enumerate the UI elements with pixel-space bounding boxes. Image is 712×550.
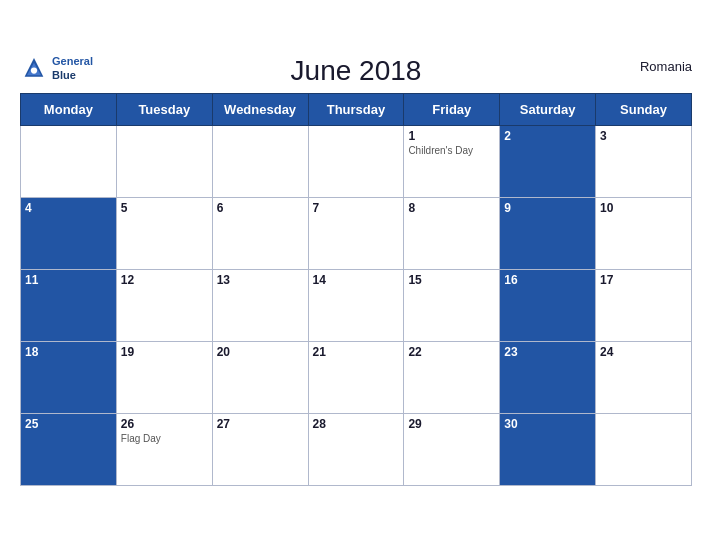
- calendar-cell: 13: [212, 269, 308, 341]
- calendar-cell: 27: [212, 413, 308, 485]
- calendar-cell: 26Flag Day: [116, 413, 212, 485]
- calendar-cell: 6: [212, 197, 308, 269]
- day-number: 19: [121, 345, 208, 359]
- header-tuesday: Tuesday: [116, 93, 212, 125]
- day-number: 23: [504, 345, 591, 359]
- calendar-body: 1Children's Day2345678910111213141516171…: [21, 125, 692, 485]
- calendar-cell: [596, 413, 692, 485]
- calendar-cell: 17: [596, 269, 692, 341]
- calendar-cell: 20: [212, 341, 308, 413]
- calendar-cell: 16: [500, 269, 596, 341]
- calendar-cell: 9: [500, 197, 596, 269]
- calendar-cell: 14: [308, 269, 404, 341]
- day-number: 2: [504, 129, 591, 143]
- day-number: 25: [25, 417, 112, 431]
- day-number: 4: [25, 201, 112, 215]
- calendar-cell: [21, 125, 117, 197]
- calendar-cell: 19: [116, 341, 212, 413]
- day-number: 24: [600, 345, 687, 359]
- header-sunday: Sunday: [596, 93, 692, 125]
- calendar-cell: 25: [21, 413, 117, 485]
- day-number: 7: [313, 201, 400, 215]
- header-monday: Monday: [21, 93, 117, 125]
- day-number: 8: [408, 201, 495, 215]
- calendar-week-row: 2526Flag Day27282930: [21, 413, 692, 485]
- day-number: 9: [504, 201, 591, 215]
- calendar-cell: 24: [596, 341, 692, 413]
- calendar-cell: 12: [116, 269, 212, 341]
- header-thursday: Thursday: [308, 93, 404, 125]
- day-number: 13: [217, 273, 304, 287]
- day-number: 6: [217, 201, 304, 215]
- calendar-cell: 21: [308, 341, 404, 413]
- day-number: 27: [217, 417, 304, 431]
- day-number: 18: [25, 345, 112, 359]
- calendar-cell: 4: [21, 197, 117, 269]
- day-number: 28: [313, 417, 400, 431]
- calendar-week-row: 18192021222324: [21, 341, 692, 413]
- calendar-week-row: 45678910: [21, 197, 692, 269]
- calendar-title: June 2018: [20, 55, 692, 87]
- calendar-cell: 10: [596, 197, 692, 269]
- calendar-cell: [308, 125, 404, 197]
- calendar-cell: 7: [308, 197, 404, 269]
- day-number: 15: [408, 273, 495, 287]
- calendar-week-row: 1Children's Day23: [21, 125, 692, 197]
- calendar-cell: 5: [116, 197, 212, 269]
- day-number: 1: [408, 129, 495, 143]
- header-friday: Friday: [404, 93, 500, 125]
- brand-text: General Blue: [52, 55, 93, 81]
- day-number: 30: [504, 417, 591, 431]
- calendar-cell: 30: [500, 413, 596, 485]
- calendar-cell: 22: [404, 341, 500, 413]
- calendar-cell: 3: [596, 125, 692, 197]
- calendar-cell: 8: [404, 197, 500, 269]
- day-number: 12: [121, 273, 208, 287]
- calendar-cell: 23: [500, 341, 596, 413]
- svg-point-3: [31, 67, 37, 73]
- day-number: 17: [600, 273, 687, 287]
- country-label: Romania: [640, 59, 692, 74]
- calendar-cell: 29: [404, 413, 500, 485]
- brand-logo-area: General Blue: [20, 55, 93, 83]
- calendar-cell: 11: [21, 269, 117, 341]
- day-event: Flag Day: [121, 433, 208, 444]
- calendar-header: General Blue June 2018 Romania: [20, 55, 692, 87]
- calendar-cell: 2: [500, 125, 596, 197]
- header-saturday: Saturday: [500, 93, 596, 125]
- day-number: 21: [313, 345, 400, 359]
- day-number: 3: [600, 129, 687, 143]
- calendar-cell: [116, 125, 212, 197]
- calendar-cell: 28: [308, 413, 404, 485]
- day-number: 29: [408, 417, 495, 431]
- calendar-wrapper: General Blue June 2018 Romania Monday Tu…: [0, 45, 712, 506]
- weekday-header-row: Monday Tuesday Wednesday Thursday Friday…: [21, 93, 692, 125]
- day-event: Children's Day: [408, 145, 495, 156]
- calendar-cell: 15: [404, 269, 500, 341]
- calendar-table: Monday Tuesday Wednesday Thursday Friday…: [20, 93, 692, 486]
- day-number: 16: [504, 273, 591, 287]
- day-number: 5: [121, 201, 208, 215]
- day-number: 26: [121, 417, 208, 431]
- calendar-week-row: 11121314151617: [21, 269, 692, 341]
- day-number: 20: [217, 345, 304, 359]
- day-number: 22: [408, 345, 495, 359]
- calendar-cell: [212, 125, 308, 197]
- calendar-cell: 1Children's Day: [404, 125, 500, 197]
- header-wednesday: Wednesday: [212, 93, 308, 125]
- day-number: 10: [600, 201, 687, 215]
- day-number: 14: [313, 273, 400, 287]
- day-number: 11: [25, 273, 112, 287]
- calendar-cell: 18: [21, 341, 117, 413]
